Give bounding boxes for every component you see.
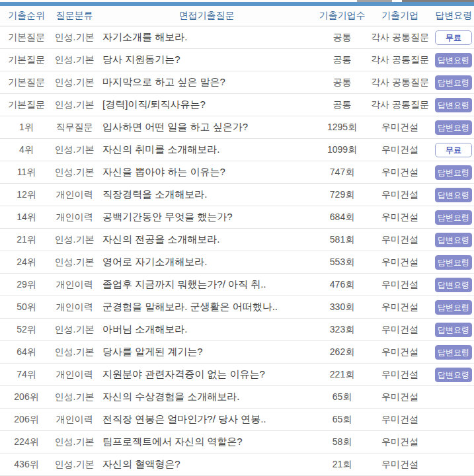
category-cell: 인성.기본: [53, 459, 96, 471]
top-strip-segment: [357, 0, 392, 2]
answer-tip-button[interactable]: 답변요령: [435, 75, 472, 90]
column-header-category: 질문분류: [53, 10, 96, 22]
rank-cell: 14위: [0, 212, 53, 223]
table-row: 기본질문 인성.기본 [경력]이직/퇴직사유는? 공통 각사 공통질문 답변요령: [0, 94, 474, 116]
count-cell: 330회: [317, 301, 367, 313]
answer-tip-button[interactable]: 답변요령: [435, 345, 472, 360]
table-row: 11위 인성.기본 자신을 뽑아야 하는 이유는? 747회 우미건설 답변요령: [0, 161, 474, 184]
company-cell: 우미건설: [367, 436, 433, 448]
answer-tip-button[interactable]: 답변요령: [435, 53, 472, 67]
question-link[interactable]: 아버님 소개해보라.: [96, 323, 317, 336]
rank-cell: 50위: [0, 301, 53, 313]
answer-tip-button[interactable]: 답변요령: [435, 255, 472, 270]
company-cell: 우미건설: [367, 391, 433, 403]
question-link[interactable]: 공백기간동안 무엇을 했는가?: [96, 211, 317, 223]
table-row: 29위 개인이력 졸업후 지금까지 뭐했는가?/ 아직 취.. 476회 우미건…: [0, 274, 474, 296]
count-cell: 58회: [317, 436, 367, 448]
count-cell: 65회: [317, 414, 367, 426]
table-row: 50위 개인이력 군경험을 말해보라. 군생활은 어떠했나.. 330회 우미건…: [0, 296, 474, 319]
rank-cell: 29위: [0, 279, 53, 291]
question-link[interactable]: 자신의 수상경험을 소개해보라.: [96, 391, 317, 403]
category-cell: 인성.기본: [53, 346, 96, 358]
answer-tip-button[interactable]: 답변요령: [435, 188, 472, 202]
category-cell: 개인이력: [53, 414, 96, 426]
count-cell: 262회: [317, 346, 367, 358]
answer-tip-button[interactable]: 답변요령: [435, 98, 472, 112]
column-header-rank: 기출순위: [0, 10, 53, 22]
table-row: 24위 인성.기본 영어로 자기소개해보라. 553회 우미건설 답변요령: [0, 251, 474, 274]
rank-cell: 21위: [0, 234, 53, 246]
question-link[interactable]: 졸업후 지금까지 뭐했는가?/ 아직 취..: [96, 278, 317, 291]
category-cell: 개인이력: [53, 212, 96, 223]
answer-tip-button[interactable]: 답변요령: [435, 233, 472, 247]
category-cell: 인성.기본: [53, 324, 96, 336]
question-link[interactable]: 전직장 연봉은 얼마인가?/ 당사 연봉..: [96, 413, 317, 426]
table-row: 14위 개인이력 공백기간동안 무엇을 했는가? 684회 우미건설 답변요령: [0, 206, 474, 229]
question-link[interactable]: 직장경력을 소개해보라.: [96, 188, 317, 201]
company-cell: 우미건설: [367, 414, 433, 426]
question-link[interactable]: 입사하면 어떤 일을 하고 싶은가?: [96, 121, 317, 134]
count-cell: 공통: [317, 99, 367, 111]
count-cell: 1295회: [317, 122, 367, 134]
count-cell: 323회: [317, 324, 367, 336]
rank-cell: 24위: [0, 257, 53, 268]
question-link[interactable]: 군경험을 말해보라. 군생활은 어떠했나..: [96, 301, 317, 313]
question-link[interactable]: 지원분야 관련자격증이 없는 이유는?: [96, 368, 317, 381]
company-cell: 우미건설: [367, 257, 433, 268]
top-strip-segment: [0, 0, 357, 2]
company-cell: 우미건설: [367, 369, 433, 381]
top-strip-segment: [392, 0, 402, 2]
interview-question-page: 기출순위 질문분류 면접기출질문 기출기업수 기출기업 답변요령 기본질문 인성…: [0, 0, 474, 476]
company-cell: 우미건설: [367, 459, 433, 471]
table-row: 206위 개인이력 전직장 연봉은 얼마인가?/ 당사 연봉.. 65회 우미건…: [0, 409, 474, 431]
table-row: 74위 개인이력 지원분야 관련자격증이 없는 이유는? 221회 우미건설 답…: [0, 364, 474, 386]
category-cell: 개인이력: [53, 189, 96, 201]
answer-tip-button[interactable]: 답변요령: [435, 278, 472, 292]
answer-tip-button[interactable]: 답변요령: [435, 323, 472, 337]
table-row: 206위 인성.기본 자신의 수상경험을 소개해보라. 65회 우미건설: [0, 386, 474, 409]
count-cell: 공통: [317, 54, 367, 66]
company-cell: 우미건설: [367, 301, 433, 313]
free-button[interactable]: 무료: [435, 30, 472, 45]
table-row: 4위 인성.기본 자신의 취미를 소개해보라. 1099회 우미건설 무료: [0, 139, 474, 161]
question-link[interactable]: 팀프로젝트에서 자신의 역할은?: [96, 436, 317, 448]
company-cell: 우미건설: [367, 324, 433, 336]
answer-tip-button[interactable]: 답변요령: [435, 120, 472, 135]
question-link[interactable]: 당사 지원동기는?: [96, 54, 317, 66]
category-cell: 개인이력: [53, 301, 96, 313]
answer-tip-button[interactable]: 답변요령: [435, 165, 472, 180]
column-header-count: 기출기업수: [317, 10, 367, 22]
answer-tip-button[interactable]: 답변요령: [435, 300, 472, 315]
count-cell: 65회: [317, 391, 367, 403]
company-cell: 우미건설: [367, 167, 433, 178]
column-header-company: 기출기업: [367, 10, 433, 22]
question-link[interactable]: 영어로 자기소개해보라.: [96, 256, 317, 268]
rank-cell: 기본질문: [0, 77, 53, 89]
rank-cell: 206위: [0, 391, 53, 403]
column-header-action: 답변요령: [433, 10, 474, 22]
count-cell: 공통: [317, 32, 367, 44]
category-cell: 인성.기본: [53, 54, 96, 66]
question-link[interactable]: 마지막으로 하고 싶은 말은?: [96, 76, 317, 89]
table-row: 436위 인성.기본 자신의 혈액형은? 21회 우미건설: [0, 454, 474, 476]
company-cell: 우미건설: [367, 122, 433, 134]
question-link[interactable]: 당사를 알게된 계기는?: [96, 346, 317, 358]
question-link[interactable]: 자신의 전공을 소개해보라.: [96, 233, 317, 246]
answer-tip-button[interactable]: 답변요령: [435, 368, 472, 382]
company-cell: 각사 공통질문: [367, 32, 433, 44]
question-link[interactable]: 자신의 혈액형은?: [96, 458, 317, 471]
category-cell: 인성.기본: [53, 391, 96, 403]
count-cell: 729회: [317, 189, 367, 201]
category-cell: 인성.기본: [53, 99, 96, 111]
question-link[interactable]: [경력]이직/퇴직사유는?: [96, 99, 317, 111]
question-link[interactable]: 자신을 뽑아야 하는 이유는?: [96, 166, 317, 178]
question-link[interactable]: 자기소개를 해보라.: [96, 31, 317, 44]
count-cell: 747회: [317, 167, 367, 178]
rank-cell: 기본질문: [0, 99, 53, 111]
free-button[interactable]: 무료: [435, 143, 472, 157]
count-cell: 221회: [317, 369, 367, 381]
table-row: 21위 인성.기본 자신의 전공을 소개해보라. 581회 우미건설 답변요령: [0, 229, 474, 251]
question-link[interactable]: 자신의 취미를 소개해보라.: [96, 143, 317, 156]
company-cell: 각사 공통질문: [367, 99, 433, 111]
answer-tip-button[interactable]: 답변요령: [435, 210, 472, 225]
